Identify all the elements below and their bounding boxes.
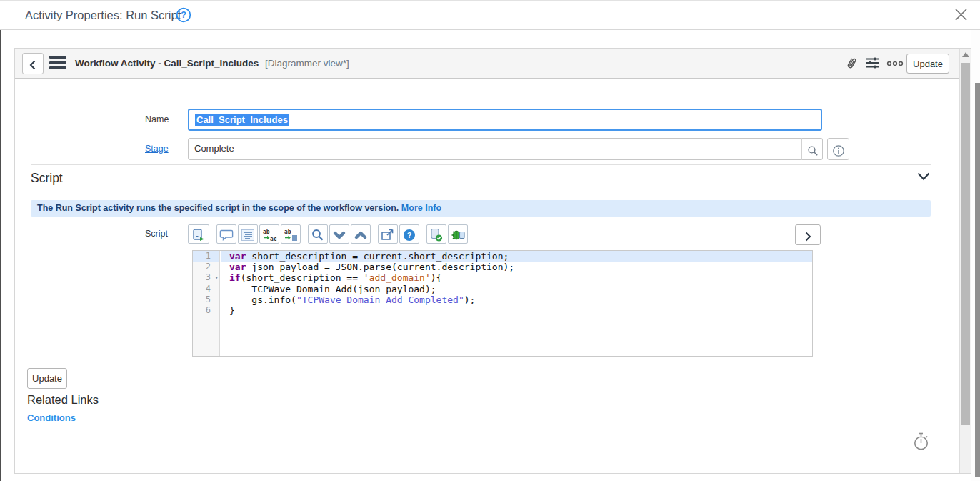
- context-menu-icon[interactable]: [49, 56, 66, 71]
- stage-label[interactable]: Stage: [145, 144, 169, 154]
- code-line[interactable]: var json_payload = JSON.parse(current.de…: [221, 262, 812, 272]
- page-title: Activity Properties: Run Script: [25, 9, 181, 22]
- attachment-paperclip-icon[interactable]: [844, 56, 861, 71]
- form-scrollbar[interactable]: [959, 49, 971, 473]
- page-scrollbar-thumb[interactable]: [975, 83, 980, 477]
- line-number: 1: [193, 251, 219, 262]
- code-line[interactable]: var short_description = current.short_de…: [221, 251, 812, 262]
- scroll-up-arrow-icon[interactable]: [962, 52, 969, 57]
- replace-all-icon: ab: [283, 228, 299, 242]
- debug-icon: [450, 228, 466, 242]
- line-number: 2: [193, 262, 219, 272]
- syntax-check-button[interactable]: [426, 224, 446, 244]
- editor-line-number-gutter: 123▾456: [193, 251, 220, 356]
- format-code-button[interactable]: [238, 224, 258, 244]
- svg-text:ab: ab: [284, 229, 291, 235]
- name-input[interactable]: Call_Script_Includes: [188, 109, 822, 131]
- update-button-header[interactable]: Update: [906, 54, 949, 74]
- name-input-selected-text: Call_Script_Includes: [195, 114, 289, 126]
- activity-info-banner: The Run Script activity runs the specifi…: [31, 200, 931, 217]
- info-circle-icon: [832, 144, 845, 157]
- find-next-button[interactable]: [329, 224, 349, 244]
- line-number: 5: [193, 294, 219, 305]
- code-line[interactable]: }: [221, 305, 812, 316]
- scrollbar-thumb[interactable]: [961, 63, 970, 425]
- help-filled-icon: ?: [401, 228, 417, 242]
- chevron-right-icon: [802, 230, 814, 243]
- syntax-editor-icon: [191, 228, 206, 242]
- stage-input[interactable]: Complete: [188, 138, 802, 160]
- help-icon[interactable]: ?: [176, 7, 191, 23]
- code-line[interactable]: TCPWave_Domain_Add(json_payload);: [221, 284, 812, 294]
- code-line[interactable]: gs.info("TCPWave Domain Add Completed");: [221, 294, 812, 305]
- toggle-comment-button[interactable]: [216, 224, 236, 244]
- more-info-link[interactable]: More Info: [401, 203, 441, 213]
- svg-text:?: ?: [181, 10, 186, 20]
- help-filled-button[interactable]: ?: [399, 224, 419, 244]
- format-code-icon: [240, 228, 256, 242]
- stage-lookup-button[interactable]: [801, 138, 823, 160]
- personalize-form-icon[interactable]: [865, 56, 882, 71]
- svg-text:ac: ac: [270, 236, 277, 242]
- line-number: 3▾: [193, 272, 219, 283]
- form-view-label: [Diagrammer view*]: [265, 58, 349, 69]
- form-title-text: Workflow Activity - Call_Script_Includes: [75, 58, 259, 69]
- find-previous-icon: [353, 228, 369, 242]
- fold-arrow-icon[interactable]: ▾: [215, 272, 219, 283]
- related-links-heading: Related Links: [27, 393, 99, 407]
- banner-text: The Run Script activity runs the specifi…: [37, 203, 399, 213]
- form-title: Workflow Activity - Call_Script_Includes…: [75, 58, 349, 69]
- name-label: Name: [145, 114, 169, 124]
- debug-button[interactable]: [448, 224, 468, 244]
- search-icon: [310, 228, 326, 242]
- line-number: 6: [193, 305, 219, 316]
- expand-editor-button[interactable]: [795, 224, 821, 245]
- related-link-conditions[interactable]: Conditions: [27, 412, 76, 423]
- code-line[interactable]: if(short_description == 'add_domain'){: [221, 272, 812, 283]
- svg-text:?: ?: [407, 231, 412, 239]
- script-code-editor[interactable]: 123▾456 var short_description = current.…: [192, 250, 813, 357]
- search-icon: [806, 144, 819, 157]
- syntax-check-icon: [429, 228, 444, 242]
- toggle-comment-icon: [219, 228, 234, 242]
- response-time-stopwatch-icon[interactable]: [911, 432, 930, 455]
- svg-text:ab: ab: [263, 229, 270, 235]
- line-number: 4: [193, 284, 219, 294]
- stage-info-button[interactable]: [827, 138, 849, 160]
- form-header-bar: Workflow Activity - Call_Script_Includes…: [15, 49, 960, 79]
- activity-properties-dialog: Activity Properties: Run Script ? Workfl…: [0, 0, 980, 481]
- find-previous-button[interactable]: [351, 224, 371, 244]
- collapse-section-chevron-icon[interactable]: [916, 172, 931, 184]
- syntax-editor-button[interactable]: [188, 224, 209, 244]
- replace-icon: abac: [261, 228, 277, 242]
- window-edge: [0, 1, 1, 481]
- open-in-new-window-button[interactable]: [378, 224, 398, 244]
- script-editor-toolbar: abacab?: [15, 224, 971, 244]
- section-divider: [31, 164, 931, 165]
- find-next-icon: [331, 228, 347, 242]
- open-in-new-window-icon: [380, 228, 396, 242]
- back-button[interactable]: [22, 53, 44, 74]
- page-scrollbar[interactable]: [971, 30, 980, 481]
- search-button[interactable]: [308, 224, 328, 244]
- replace-all-button[interactable]: ab: [281, 224, 301, 244]
- workflow-activity-form: Workflow Activity - Call_Script_Includes…: [14, 48, 971, 474]
- script-section-heading: Script: [31, 171, 63, 186]
- more-options-icon[interactable]: [886, 58, 904, 74]
- editor-code-area[interactable]: var short_description = current.short_de…: [221, 251, 812, 356]
- dialog-titlebar: Activity Properties: Run Script ?: [0, 1, 980, 30]
- close-icon[interactable]: [953, 6, 970, 24]
- update-button-footer[interactable]: Update: [27, 368, 67, 389]
- replace-button[interactable]: abac: [259, 224, 279, 244]
